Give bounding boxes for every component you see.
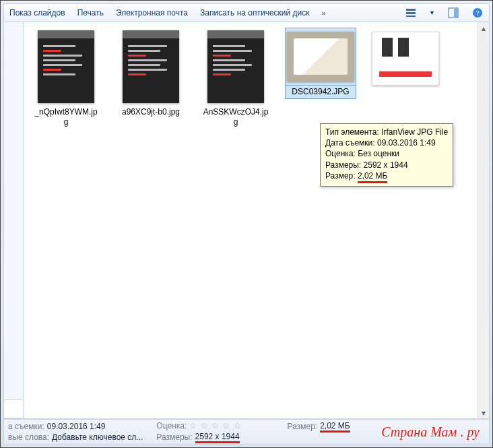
chevron-down-icon[interactable]: ▼ xyxy=(429,9,435,16)
file-item[interactable]: a96XC9jt-b0.jpg xyxy=(115,28,187,119)
watermark: Страна Мам . ру xyxy=(381,424,480,440)
email-button[interactable]: Электронная почта xyxy=(116,8,188,18)
file-name: _nQpIwt8YWM.jpg xyxy=(30,106,102,129)
status-size-label: Размер: xyxy=(288,422,318,431)
file-name: AnSSKWczOJ4.jpg xyxy=(200,106,271,129)
file-name: DSC03942.JPG xyxy=(285,86,356,99)
status-dims-value: 2592 x 1944 xyxy=(195,432,240,443)
file-name xyxy=(370,90,441,92)
file-thumbnail xyxy=(38,30,94,103)
file-thumbnail xyxy=(287,32,354,82)
scroll-down-icon[interactable]: ▾ xyxy=(478,407,489,418)
print-button[interactable]: Печать xyxy=(77,8,104,18)
burn-button[interactable]: Записать на оптический диск xyxy=(200,8,310,18)
vertical-scrollbar[interactable]: ▴ ▾ xyxy=(478,22,489,418)
svg-rect-2 xyxy=(406,15,416,17)
sidebar-stub xyxy=(3,22,24,419)
status-tags-value[interactable]: Добавьте ключевое сл... xyxy=(52,433,143,442)
svg-rect-1 xyxy=(406,12,416,14)
status-dims-label: Размеры: xyxy=(156,433,192,442)
status-rating-label: Оценка: xyxy=(156,421,187,430)
rating-stars[interactable]: ☆ ☆ ☆ ☆ ☆ xyxy=(189,421,241,430)
scroll-up-icon[interactable]: ▴ xyxy=(478,22,489,34)
file-list-pane: _nQpIwt8YWM.jpg a96XC9jt-b0.jpg AnSSKWcz… xyxy=(24,22,490,419)
status-bar: а съемки: 09.03.2016 1:49 вые слова: Доб… xyxy=(3,419,490,445)
file-name: a96XC9jt-b0.jpg xyxy=(115,106,187,119)
file-item[interactable] xyxy=(370,28,441,92)
file-thumbnail xyxy=(207,30,264,103)
slideshow-button[interactable]: Показ слайдов xyxy=(9,8,65,18)
view-options-icon[interactable] xyxy=(405,7,417,19)
status-tags-label: вые слова: xyxy=(8,433,49,442)
status-size-value: 2,02 МБ xyxy=(320,421,350,433)
toolbar-overflow-button[interactable]: » xyxy=(322,9,326,17)
svg-text:?: ? xyxy=(476,9,480,17)
help-icon[interactable]: ? xyxy=(471,7,484,19)
status-date-label: а съемки: xyxy=(8,422,44,431)
svg-rect-0 xyxy=(406,9,416,11)
file-item[interactable]: _nQpIwt8YWM.jpg xyxy=(30,28,102,129)
file-thumbnail xyxy=(123,30,179,103)
file-item-selected[interactable]: DSC03942.JPG xyxy=(285,28,356,99)
toolbar: Показ слайдов Печать Электронная почта З… xyxy=(3,3,490,22)
svg-rect-4 xyxy=(454,8,458,18)
file-tooltip: Тип элемента: IrfanView JPG File Дата съ… xyxy=(320,123,453,187)
file-item[interactable]: AnSSKWczOJ4.jpg xyxy=(200,28,271,129)
status-date-value: 09.03.2016 1:49 xyxy=(47,422,106,431)
preview-pane-icon[interactable] xyxy=(447,7,459,19)
sidebar-item[interactable] xyxy=(4,399,23,418)
file-thumbnail xyxy=(372,32,439,86)
